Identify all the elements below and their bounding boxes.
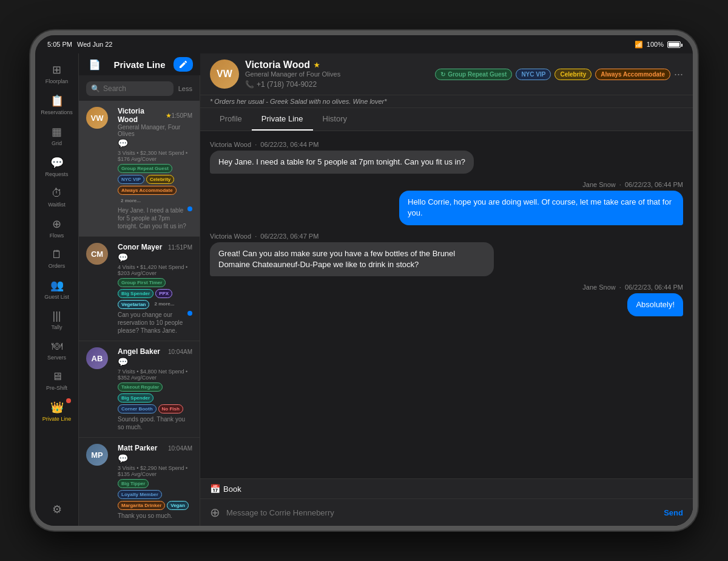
tag-big-spender-conor: Big Spender xyxy=(118,289,153,298)
conversation-item-victoria-wood[interactable]: VW Victoria Wood ★ 1:50PM xyxy=(79,101,200,237)
status-bar: 5:05 PM Wed Jun 22 📶 100% xyxy=(35,35,693,53)
sidebar-nav: ⊞ Floorplan 📋 Reservations ▦ Grid 💬 Requ… xyxy=(35,53,79,526)
search-box[interactable]: 🔍 xyxy=(86,81,174,96)
battery-percent: 100% xyxy=(647,41,664,48)
tag-corner-booth: Corner Booth xyxy=(118,404,157,413)
msg-sender-2: Jane Snow · 06/22/23, 06:44 PM xyxy=(582,181,683,188)
conversation-item-matt-parker[interactable]: MP Matt Parker 10:04AM 💬 3 Visi xyxy=(79,438,200,526)
conv-time-angel: 10:04AM xyxy=(168,348,192,355)
sidebar-item-requests[interactable]: 💬 Requests xyxy=(35,151,78,182)
conv-name-conor: Conor Mayer xyxy=(118,243,162,251)
sidebar-label-floorplan: Floorplan xyxy=(46,78,69,84)
conv-stats-victoria: 3 Visits • $2,300 Net Spend • $176 Avg/C… xyxy=(118,150,192,162)
conv-tags-angel: Takeout Regular Big Spender Corner Booth… xyxy=(118,382,192,413)
chat-tabs: Profile Private Line History xyxy=(200,108,693,131)
sidebar-label-waitlist: Waitlist xyxy=(48,202,66,208)
tab-profile[interactable]: Profile xyxy=(210,108,252,131)
tag-no-fish: No Fish xyxy=(158,404,183,413)
preshift-icon: 🖥 xyxy=(52,370,62,383)
tag-loyalty-member: Loyalty Member xyxy=(118,490,162,499)
avatar-matt-parker: MP xyxy=(86,444,108,466)
conv-stats-angel: 7 Visits • $4,800 Net Spend • $352 Avg/C… xyxy=(118,369,192,381)
guestlist-icon: 👥 xyxy=(50,279,64,292)
sidebar-item-tally[interactable]: ||| Tally xyxy=(35,305,78,335)
sidebar-item-orders[interactable]: 🗒 Orders xyxy=(35,243,78,274)
message-input[interactable] xyxy=(226,508,658,517)
chat-user-info: VW Victoria Wood ★ General Manager of Fo… xyxy=(210,59,340,89)
chat-company: General Manager of Four Olives xyxy=(245,70,340,78)
tally-icon: ||| xyxy=(52,310,61,322)
send-button[interactable]: Send xyxy=(664,508,683,517)
sidebar-item-reservations[interactable]: 📋 Reservations xyxy=(35,89,78,120)
status-date: Wed Jun 22 xyxy=(77,41,113,48)
tag-vegan: Vegan xyxy=(167,501,189,510)
tag-more-conor: 2 more... xyxy=(151,300,177,309)
sidebar-label-grid: Grid xyxy=(52,140,62,146)
book-bar: 📅 Book xyxy=(200,478,693,499)
chat-panel: VW Victoria Wood ★ General Manager of Fo… xyxy=(200,53,693,526)
message-bubble-1: Hey Jane. I need a table for 5 people at… xyxy=(210,151,474,174)
sidebar-item-floorplan[interactable]: ⊞ Floorplan xyxy=(35,58,78,89)
orders-icon: 🗒 xyxy=(52,248,62,261)
sidebar-label-requests: Requests xyxy=(45,171,68,177)
message-group-4: Jane Snow · 06/22/23, 06:44 PM Absolutel… xyxy=(210,284,683,316)
compose-icon xyxy=(178,59,188,69)
sidebar-item-settings[interactable]: ⚙ xyxy=(35,498,78,521)
conv-tags-matt: Big Tipper Loyalty Member Margarita Drin… xyxy=(118,479,192,510)
conversation-item-conor-mayer[interactable]: CM Conor Mayer 11:51PM 💬 4 Visi xyxy=(79,237,200,341)
message-group-2: Jane Snow · 06/22/23, 06:44 PM Hello Cor… xyxy=(210,181,683,225)
conv-preview-conor: Can you change our reservation to 10 peo… xyxy=(118,311,187,335)
sidebar-item-servers[interactable]: 🍽 Servers xyxy=(35,335,78,365)
list-header: 🔍 Less xyxy=(79,75,200,101)
sidebar-item-waitlist[interactable]: ⏱ Waitlist xyxy=(35,182,78,212)
conv-tags-conor: Group First Timer Big Spender PPX Vegeta… xyxy=(118,278,192,309)
sidebar-item-guestlist[interactable]: 👥 Guest List xyxy=(35,274,78,305)
chat-tag-group-repeat: ↻ Group Repeat Guest xyxy=(435,69,512,80)
msg-sender-1: Victoria Wood · 06/22/23, 06:44 PM xyxy=(210,141,683,148)
chat-more-button[interactable]: ··· xyxy=(674,68,683,81)
tag-group-repeat: Group Repeat Guest xyxy=(118,164,172,173)
tag-group-first-timer: Group First Timer xyxy=(118,278,166,287)
device-frame: 5:05 PM Wed Jun 22 📶 100% ⊞ Floorplan 📋 … xyxy=(30,30,698,531)
conv-preview-matt: Thank you so much. xyxy=(118,512,192,520)
chat-tags: ↻ Group Repeat Guest NYC VIP Celebrity A… xyxy=(435,68,683,81)
status-time: 5:05 PM xyxy=(47,41,72,48)
less-button[interactable]: Less xyxy=(178,85,192,92)
tag-big-spender-angel: Big Spender xyxy=(118,393,153,403)
book-button[interactable]: 📅 Book xyxy=(210,484,241,494)
avatar-victoria-wood: VW xyxy=(86,107,108,129)
chat-tag-always-accommodate: Always Accommodate xyxy=(595,69,670,80)
tag-ppx: PPX xyxy=(155,289,172,298)
message-bubble-2: Hello Corrie, hope you are doing well. O… xyxy=(399,191,683,225)
message-group-1: Victoria Wood · 06/22/23, 06:44 PM Hey J… xyxy=(210,141,683,174)
conv-name-victoria: Victoria Wood xyxy=(118,107,163,124)
requests-icon: 💬 xyxy=(50,156,64,169)
sidebar-label-privateline: Private Line xyxy=(42,416,72,422)
conversation-list-panel: 🔍 Less VW xyxy=(79,75,200,526)
avatar-angel-baker: AB xyxy=(86,347,108,369)
add-button[interactable]: ⊕ xyxy=(210,505,220,520)
repeat-icon: ↻ xyxy=(440,71,445,78)
input-bar: ⊕ Send xyxy=(200,499,693,526)
conv-info-victoria: Victoria Wood ★ 1:50PM General Manager, … xyxy=(118,107,192,230)
sidebar-item-grid[interactable]: ▦ Grid xyxy=(35,120,78,151)
tag-always-accommodate: Always Accommodate xyxy=(118,186,177,195)
waitlist-icon: ⏱ xyxy=(52,187,62,200)
avatar-initials: VW xyxy=(91,114,104,123)
tag-nyc-vip: NYC VIP xyxy=(118,175,144,184)
flows-icon: ⊕ xyxy=(52,217,61,231)
sidebar-label-orders: Orders xyxy=(49,263,66,269)
sidebar-item-flows[interactable]: ⊕ Flows xyxy=(35,212,78,243)
chat-star-icon: ★ xyxy=(314,61,320,69)
tab-private-line[interactable]: Private Line xyxy=(252,108,313,131)
search-input[interactable] xyxy=(103,84,169,93)
compose-button[interactable] xyxy=(174,57,193,72)
chat-name: Victoria Wood ★ xyxy=(245,59,340,70)
reservations-icon: 📋 xyxy=(50,94,64,107)
sidebar-item-preshift[interactable]: 🖥 Pre-Shift xyxy=(35,365,78,396)
conversation-item-angel-baker[interactable]: AB Angel Baker 10:04AM 💬 7 Visi xyxy=(79,341,200,438)
conv-title-victoria: General Manager, Four Olives xyxy=(118,124,192,137)
page-title: Private Line xyxy=(113,59,165,70)
tab-history[interactable]: History xyxy=(313,108,357,131)
sidebar-item-privateline[interactable]: 👑 Private Line xyxy=(35,396,78,427)
